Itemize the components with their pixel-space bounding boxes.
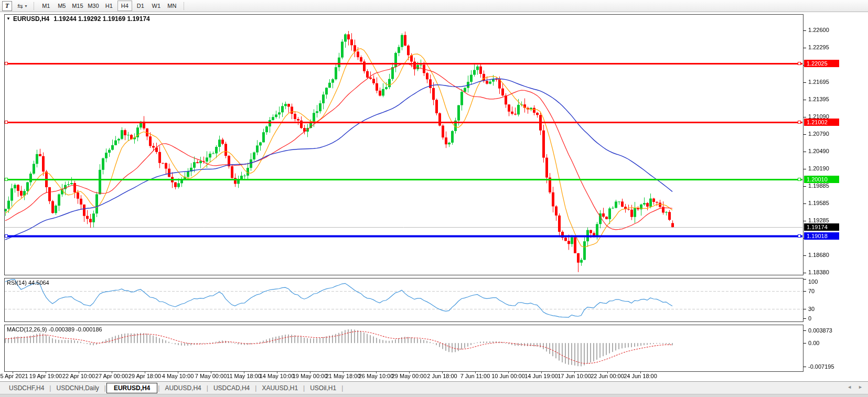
timeframe-group: M1M5M15M30H1H4D1W1MN [38, 1, 180, 11]
timeframe-button-m15[interactable]: M15 [70, 1, 85, 11]
price-tick-label: 1.19285 [808, 217, 829, 223]
chart-tab-eurusd[interactable]: EURUSD,H4 [106, 383, 157, 393]
price-tick-label: 1.19585 [808, 200, 829, 206]
price-tick-label: 1.18380 [808, 269, 829, 275]
hline-price-label[interactable]: 1.22025 [804, 60, 839, 67]
price-tick-label: 1.18680 [808, 252, 829, 258]
price-tick-label: 1.22295 [808, 44, 829, 50]
price-tick-label: 1.20790 [808, 131, 829, 137]
timeframe-button-m1[interactable]: M1 [39, 1, 53, 11]
timeframe-button-m30[interactable]: M30 [86, 1, 101, 11]
rsi-title: RSI(14) [7, 280, 27, 286]
timeframe-button-d1[interactable]: D1 [133, 1, 148, 11]
chart-tab-audusd[interactable]: AUDUSD,H4 [160, 383, 206, 393]
chart-tab-usdcad[interactable]: USDCAD,H4 [209, 383, 254, 393]
tab-scroll-left-icon[interactable]: ◄ [847, 384, 852, 390]
hline-price-label[interactable]: 1.20010 [804, 176, 839, 183]
toolbar-separator [184, 2, 185, 10]
macd-signal-value: -0.000186 [76, 326, 102, 332]
price-tick-label: 1.20190 [808, 165, 829, 171]
macd-tick-label: 0.00 [808, 340, 819, 346]
price-tick-label: 1.19885 [808, 183, 829, 189]
chart-ohlc-values: 1.19244 1.19292 1.19169 1.19174 [53, 15, 150, 23]
rsi-tick-label: 70 [808, 288, 815, 294]
price-tick-label: 1.21695 [808, 79, 829, 85]
timeframe-button-mn[interactable]: MN [165, 1, 179, 11]
timeframe-button-h1[interactable]: H1 [102, 1, 116, 11]
hline-price-label[interactable]: 1.19018 [804, 232, 839, 240]
price-chart-canvas[interactable] [0, 0, 868, 397]
chart-tab-usdcnh[interactable]: USDCNH,Daily [51, 383, 103, 393]
price-tick-label: 1.21395 [808, 96, 829, 102]
timeframe-button-w1[interactable]: W1 [149, 1, 164, 11]
text-tool-button[interactable]: T [2, 1, 12, 11]
rsi-tick-label: 30 [808, 306, 815, 312]
timeframe-button-m5[interactable]: M5 [55, 1, 69, 11]
price-tick-label: 1.22600 [808, 27, 829, 33]
hline-price-label[interactable]: 1.21002 [804, 119, 839, 126]
timeframe-button-h4[interactable]: H4 [117, 1, 132, 11]
rsi-value: 44.5064 [28, 280, 49, 286]
rsi-tick-label: 0 [808, 315, 811, 321]
rsi-tick-label: 100 [808, 278, 818, 285]
tool-dropdown-caret-icon[interactable]: ▼ [24, 4, 28, 8]
macd-tick-label: 0.003873 [808, 327, 832, 334]
macd-label: MACD(12,26,9) -0.000389 -0.000186 [7, 326, 102, 332]
macd-tick-label: -0.007195 [808, 363, 834, 370]
bid-price-label: 1.19174 [804, 223, 839, 231]
toolbar: T ⇆ ▼ M1M5M15M30H1H4D1W1MN [0, 0, 868, 12]
chart-tab-bar: USDCHF,H4|USDCNH,Daily|EURUSD,H4|AUDUSD,… [0, 381, 868, 394]
price-tick-label: 1.20490 [808, 148, 829, 154]
toolbar-separator [34, 2, 35, 10]
collapse-caret-icon[interactable]: ▼ [6, 16, 10, 21]
tab-scroll-right-icon[interactable]: ► [858, 384, 863, 390]
cycle-profiles-button[interactable]: ⇆ [17, 3, 23, 9]
macd-main-value: -0.000389 [48, 326, 74, 332]
chart-tab-usoil[interactable]: USOil,H1 [305, 383, 341, 393]
tab-scroll-arrows: ◄ ► [847, 384, 863, 390]
rsi-label: RSI(14) 44.5064 [7, 280, 49, 286]
time-axis-label: 24 Jun 18:00 [615, 373, 666, 379]
cycle-icon: ⇆ [17, 3, 23, 9]
chart-title: ▼EURUSD,H41.19244 1.19292 1.19169 1.1917… [6, 15, 150, 23]
window-bottom-edge [0, 394, 868, 397]
text-tool-icon: T [5, 2, 9, 10]
tab-separator: | [341, 384, 344, 392]
chart-tab-usdchf[interactable]: USDCHF,H4 [4, 383, 49, 393]
chart-symbol-period: EURUSD,H4 [13, 15, 49, 23]
macd-title: MACD(12,26,9) [7, 326, 47, 332]
chart-tab-xauusd[interactable]: XAUUSD,H1 [257, 383, 303, 393]
